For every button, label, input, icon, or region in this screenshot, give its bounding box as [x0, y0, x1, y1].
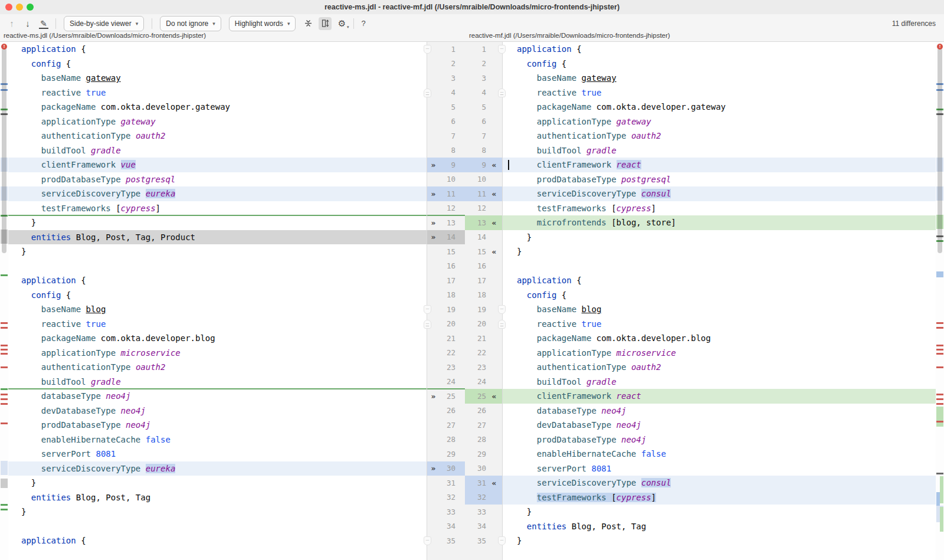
- code-line[interactable]: prodDatabaseType neo4j: [8, 418, 427, 433]
- code-line[interactable]: [503, 259, 936, 274]
- apply-change-left-icon[interactable]: «: [490, 479, 499, 487]
- code-line[interactable]: baseName blog: [503, 302, 936, 317]
- code-line[interactable]: reactive true: [8, 86, 427, 100]
- code-line[interactable]: serverPort 8081: [8, 447, 427, 461]
- code-line[interactable]: }: [8, 215, 427, 230]
- apply-change-right-icon[interactable]: »: [429, 392, 438, 401]
- minimize-button[interactable]: [16, 4, 23, 11]
- stripe-mark[interactable]: [936, 349, 943, 351]
- stripe-mark[interactable]: [1, 345, 8, 346]
- code-line[interactable]: application {: [8, 42, 427, 57]
- code-line[interactable]: packageName com.okta.developer.gateway: [503, 100, 936, 114]
- right-error-stripe[interactable]: !: [936, 42, 944, 560]
- stripe-mark[interactable]: [1, 349, 8, 351]
- code-line[interactable]: config {: [8, 57, 427, 71]
- apply-change-left-icon[interactable]: «: [490, 189, 499, 198]
- stripe-mark[interactable]: [936, 366, 943, 368]
- right-editor[interactable]: application { config { baseName gateway …: [503, 42, 936, 560]
- stripe-mark[interactable]: [936, 394, 943, 395]
- code-line[interactable]: packageName com.okta.developer.gateway: [8, 100, 427, 114]
- code-line[interactable]: [8, 519, 427, 534]
- code-line[interactable]: entities Blog, Post, Tag, Product: [8, 230, 427, 245]
- code-line[interactable]: testFrameworks [cypress]: [503, 201, 936, 216]
- stripe-mark[interactable]: [1, 423, 8, 424]
- help-button[interactable]: ?: [361, 19, 365, 28]
- code-line[interactable]: clientFramework react: [503, 158, 936, 172]
- code-line[interactable]: buildTool gradle: [8, 375, 427, 389]
- stripe-mark[interactable]: [1, 366, 8, 368]
- code-line[interactable]: baseName gateway: [503, 71, 936, 86]
- code-line[interactable]: authenticationType oauth2: [503, 360, 936, 375]
- code-line[interactable]: databaseType neo4j: [503, 404, 936, 418]
- stripe-mark[interactable]: [936, 403, 943, 405]
- code-line[interactable]: baseName gateway: [8, 71, 427, 86]
- code-line[interactable]: application {: [503, 42, 936, 57]
- stripe-mark[interactable]: [1, 394, 8, 395]
- fold-marker-icon[interactable]: –: [424, 305, 431, 314]
- fold-marker-icon[interactable]: –: [424, 45, 431, 54]
- stripe-mark[interactable]: [936, 271, 943, 277]
- stripe-mark[interactable]: [936, 327, 943, 329]
- code-line[interactable]: buildTool gradle: [503, 375, 936, 389]
- code-line[interactable]: prodDatabaseType postgresql: [503, 172, 936, 187]
- stripe-mark[interactable]: [1, 479, 8, 488]
- code-line[interactable]: }: [8, 505, 427, 519]
- apply-change-left-icon[interactable]: «: [490, 218, 499, 227]
- stripe-mark[interactable]: [936, 421, 943, 423]
- apply-change-right-icon[interactable]: »: [429, 189, 438, 198]
- code-line[interactable]: config {: [503, 288, 936, 303]
- fold-marker-icon[interactable]: –: [424, 536, 431, 545]
- code-line[interactable]: }: [503, 505, 936, 519]
- apply-change-right-icon[interactable]: »: [429, 232, 438, 241]
- code-line[interactable]: authenticationType oauth2: [503, 129, 936, 143]
- code-line[interactable]: clientFramework vue: [8, 158, 427, 172]
- close-button[interactable]: [5, 4, 12, 11]
- code-line[interactable]: }: [503, 533, 936, 548]
- sync-scroll-toggle[interactable]: [319, 17, 332, 30]
- code-line[interactable]: microfrontends [blog, store]: [503, 215, 936, 230]
- code-line[interactable]: enableHibernateCache false: [503, 447, 936, 461]
- stripe-mark[interactable]: [1, 327, 8, 329]
- code-line[interactable]: application {: [503, 273, 936, 288]
- code-line[interactable]: reactive true: [503, 317, 936, 332]
- apply-change-right-icon[interactable]: »: [429, 218, 438, 227]
- stripe-mark[interactable]: [940, 476, 943, 503]
- code-line[interactable]: reactive true: [503, 86, 936, 100]
- fold-marker-icon[interactable]: –: [424, 320, 431, 329]
- code-line[interactable]: applicationType microservice: [8, 346, 427, 361]
- stripe-mark[interactable]: [1, 403, 8, 405]
- highlight-policy-select[interactable]: Highlight words ▾: [229, 16, 296, 31]
- code-line[interactable]: [8, 259, 427, 274]
- code-line[interactable]: reactive true: [8, 317, 427, 332]
- stripe-mark[interactable]: [1, 461, 8, 475]
- apply-change-left-icon[interactable]: «: [490, 392, 499, 401]
- code-line[interactable]: entities Blog, Post, Tag: [8, 490, 427, 505]
- stripe-mark[interactable]: [936, 473, 943, 474]
- apply-change-right-icon[interactable]: »: [429, 161, 438, 169]
- stripe-mark[interactable]: [936, 407, 943, 427]
- stripe-mark[interactable]: [1, 509, 8, 510]
- code-line[interactable]: packageName com.okta.developer.blog: [8, 331, 427, 346]
- scrollbar-thumb[interactable]: [938, 48, 942, 253]
- previous-difference-button[interactable]: ↑: [6, 18, 18, 28]
- code-line[interactable]: testFrameworks [cypress]: [8, 201, 427, 216]
- stripe-mark[interactable]: [1, 322, 8, 324]
- left-error-stripe[interactable]: !: [0, 42, 8, 560]
- code-line[interactable]: enableHibernateCache false: [8, 433, 427, 447]
- viewer-mode-select[interactable]: Side-by-side viewer ▾: [64, 16, 144, 31]
- code-line[interactable]: application {: [8, 273, 427, 288]
- stripe-mark[interactable]: [1, 388, 8, 390]
- code-line[interactable]: serviceDiscoveryType consul: [503, 476, 936, 490]
- code-line[interactable]: }: [8, 476, 427, 490]
- fold-marker-icon[interactable]: –: [424, 89, 431, 97]
- code-line[interactable]: buildTool gradle: [8, 143, 427, 158]
- code-line[interactable]: prodDatabaseType postgresql: [8, 172, 427, 187]
- stripe-mark[interactable]: [936, 345, 943, 346]
- code-line[interactable]: packageName com.okta.developer.blog: [503, 331, 936, 346]
- code-line[interactable]: }: [8, 244, 427, 259]
- code-line[interactable]: serviceDiscoveryType eureka: [8, 461, 427, 476]
- apply-change-left-icon[interactable]: «: [490, 161, 499, 169]
- stripe-mark[interactable]: [936, 353, 943, 355]
- code-line[interactable]: serviceDiscoveryType consul: [503, 186, 936, 201]
- code-line[interactable]: devDatabaseType neo4j: [503, 418, 936, 433]
